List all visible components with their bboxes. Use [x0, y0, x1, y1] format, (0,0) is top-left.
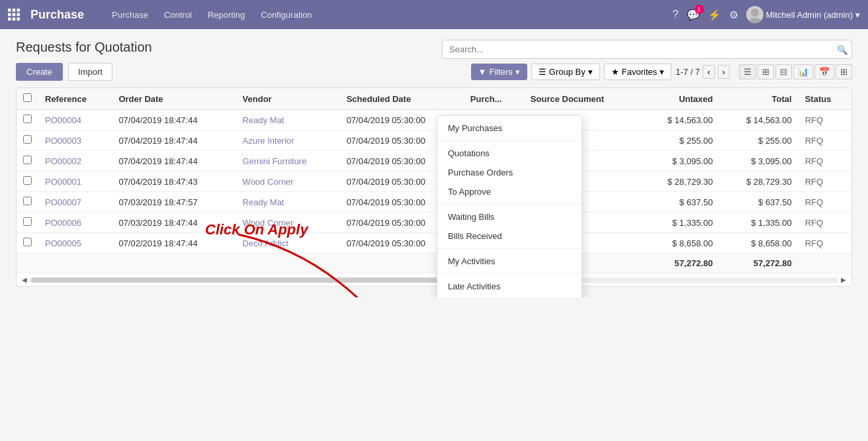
select-all-checkbox[interactable]: [23, 93, 32, 102]
bills-section: Waiting Bills Bills Received: [437, 205, 582, 249]
pagination-range: 1-7 / 7: [675, 67, 700, 77]
bills-received-item[interactable]: Bills Received: [437, 226, 582, 246]
chat-icon[interactable]: 💬 1: [687, 9, 700, 21]
row-checkbox-4[interactable]: [17, 192, 38, 213]
row-order-date-0: 07/04/2019 18:47:44: [112, 110, 236, 130]
col-order-date: Order Date: [112, 88, 236, 110]
quotations-item[interactable]: Quotations: [437, 144, 582, 163]
row-checkbox-3[interactable]: [17, 172, 38, 192]
row-ref-4[interactable]: PO00007: [38, 192, 112, 213]
row-checkbox-1[interactable]: [17, 130, 38, 151]
horizontal-scrollbar[interactable]: ◀ ▶: [17, 273, 851, 286]
scroll-left-arrow[interactable]: ◀: [22, 276, 27, 283]
row-untaxed-6: $ 8,658.00: [640, 233, 719, 254]
row-untaxed-4: $ 637.50: [640, 192, 719, 213]
waiting-bills-item[interactable]: Waiting Bills: [437, 207, 582, 226]
favorites-button[interactable]: ★ Favorites ▾: [604, 64, 672, 80]
activity-icon[interactable]: ⚡: [708, 9, 721, 21]
row-status-5: RFQ: [799, 213, 851, 233]
row-checkbox-input-5[interactable]: [23, 217, 32, 226]
row-vendor-4[interactable]: Ready Mat: [236, 192, 340, 213]
late-activities-item[interactable]: Late Activities: [437, 277, 582, 296]
col-total: Total: [719, 88, 798, 110]
col-scheduled-date: Scheduled Date: [340, 88, 464, 110]
row-checkbox-input-4[interactable]: [23, 197, 32, 205]
row-vendor-6[interactable]: Deco Addict: [236, 233, 340, 254]
nav-control[interactable]: Control: [157, 7, 198, 23]
row-checkbox-0[interactable]: [17, 110, 38, 130]
search-button[interactable]: 🔍: [837, 44, 848, 54]
col-status: Status: [799, 88, 851, 110]
row-order-date-6: 07/02/2019 18:47:44: [112, 233, 236, 254]
row-vendor-0[interactable]: Ready Mat: [236, 110, 340, 130]
search-input[interactable]: [442, 40, 852, 59]
app-grid-button[interactable]: [8, 9, 20, 21]
purchase-orders-item[interactable]: Purchase Orders: [437, 163, 582, 182]
row-vendor-2[interactable]: Gemini Furniture: [236, 151, 340, 172]
favorites-chevron-icon: ▾: [660, 67, 664, 77]
table-row: PO00003 07/04/2019 18:47:44 Azure Interi…: [17, 130, 851, 151]
row-checkbox-input-2[interactable]: [23, 156, 32, 164]
row-vendor-3[interactable]: Wood Corner: [236, 172, 340, 192]
group-by-chevron-icon: ▾: [588, 67, 593, 77]
row-status-4: RFQ: [799, 192, 851, 213]
nav-configuration[interactable]: Configuration: [254, 7, 318, 23]
help-icon[interactable]: ?: [673, 9, 679, 21]
row-ref-5[interactable]: PO00006: [38, 213, 112, 233]
nav-purchase[interactable]: Purchase: [105, 7, 155, 23]
filters-button[interactable]: ▼ Filters ▾: [471, 64, 527, 80]
search-container: 🔍: [442, 40, 852, 59]
today-activities-item[interactable]: Today Activities: [437, 296, 582, 297]
pivot-view-button[interactable]: ⊞: [836, 64, 852, 79]
data-table-container: Reference Order Date Vendor Scheduled Da…: [16, 87, 852, 287]
scroll-track[interactable]: [30, 277, 838, 283]
svg-rect-7: [13, 18, 16, 21]
import-button[interactable]: Import: [68, 63, 112, 81]
row-vendor-1[interactable]: Azure Interior: [236, 130, 340, 151]
row-ref-3[interactable]: PO00001: [38, 172, 112, 192]
search-area: 🔍: [442, 40, 852, 59]
row-vendor-5[interactable]: Wood Corner: [236, 213, 340, 233]
next-page-button[interactable]: ›: [718, 65, 730, 79]
to-approve-item[interactable]: To Approve: [437, 182, 582, 201]
list-view-button[interactable]: ☰: [739, 64, 756, 79]
filters-dropdown: My Purchases Quotations Purchase Orders …: [437, 115, 582, 297]
group-by-button[interactable]: ☰ Group By ▾: [531, 64, 600, 80]
row-total-0: $ 14,563.00: [719, 110, 798, 130]
row-checkbox-input-6[interactable]: [23, 238, 32, 246]
create-button[interactable]: Create: [16, 63, 63, 81]
row-checkbox-input-0[interactable]: [23, 115, 32, 123]
row-checkbox-5[interactable]: [17, 213, 38, 233]
select-all-checkbox-header[interactable]: [17, 88, 38, 110]
settings-icon[interactable]: ⚙: [729, 9, 738, 21]
row-untaxed-2: $ 3,095.00: [640, 151, 719, 172]
nav-reporting[interactable]: Reporting: [201, 7, 251, 23]
kanban-view-button[interactable]: ⊞: [758, 64, 774, 79]
row-status-0: RFQ: [799, 110, 851, 130]
chart-view-button[interactable]: 📊: [793, 64, 813, 79]
row-ref-6[interactable]: PO00005: [38, 233, 112, 254]
row-checkbox-2[interactable]: [17, 151, 38, 172]
my-purchases-item[interactable]: My Purchases: [437, 119, 582, 138]
row-status-3: RFQ: [799, 172, 851, 192]
row-checkbox-6[interactable]: [17, 233, 38, 254]
favorites-label: Favorites: [622, 67, 657, 77]
grid-view-button[interactable]: ⊟: [775, 64, 792, 79]
scroll-right-arrow[interactable]: ▶: [841, 276, 846, 283]
row-ref-1[interactable]: PO00003: [38, 130, 112, 151]
row-checkbox-input-3[interactable]: [23, 176, 32, 185]
row-ref-0[interactable]: PO00004: [38, 110, 112, 130]
nav-right: ? 💬 1 ⚡ ⚙ Mitchell Admin (admin) ▾: [673, 6, 860, 23]
page-title-area: Requests for Quotation: [16, 40, 152, 63]
row-untaxed-3: $ 28,729.30: [640, 172, 719, 192]
my-activities-item[interactable]: My Activities: [437, 252, 582, 271]
row-checkbox-input-1[interactable]: [23, 135, 32, 144]
calendar-view-button[interactable]: 📅: [814, 64, 834, 79]
svg-rect-2: [17, 9, 21, 12]
user-menu-button[interactable]: Mitchell Admin (admin) ▾: [746, 6, 861, 23]
prev-page-button[interactable]: ‹: [703, 65, 715, 79]
row-ref-2[interactable]: PO00002: [38, 151, 112, 172]
total-untaxed: 57,272.80: [640, 254, 719, 273]
app-title: Purchase: [30, 8, 84, 22]
row-order-date-2: 07/04/2019 18:47:44: [112, 151, 236, 172]
